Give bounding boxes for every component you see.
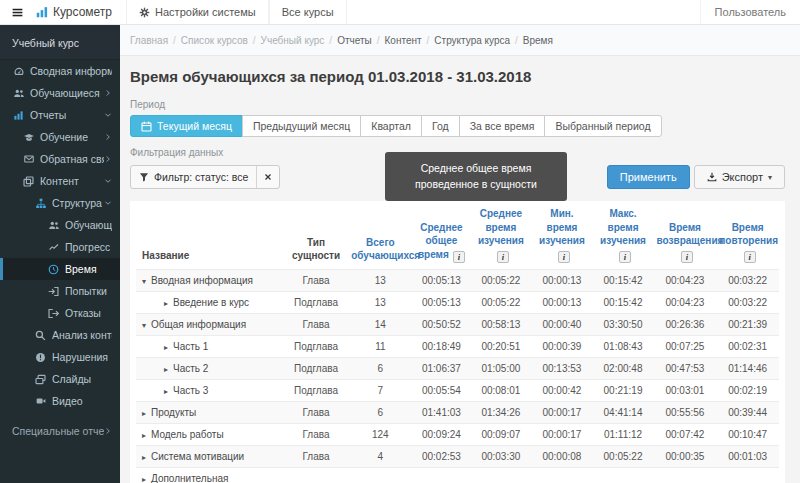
- row-time-cell: 00:02:19: [716, 379, 779, 401]
- row-expand-caret-icon[interactable]: ▸: [164, 299, 173, 308]
- period-tab-1[interactable]: Предыдущий месяц: [242, 115, 361, 137]
- sidebar-item-обучение[interactable]: Обучение: [0, 126, 120, 148]
- period-tab-4[interactable]: За все время: [459, 115, 546, 137]
- row-name[interactable]: Введение в курс: [173, 297, 249, 308]
- sidebar-item-нарушения[interactable]: Нарушения: [0, 346, 120, 368]
- users-icon: [12, 88, 25, 99]
- row-time-cell: 00:07:25: [654, 335, 717, 357]
- topbar: Курсометр Настройки системыВсе курсы Пол…: [0, 0, 800, 25]
- app-logo[interactable]: Курсометр: [34, 0, 126, 24]
- sidebar-item-обратная-связь[interactable]: Обратная связь: [0, 148, 120, 170]
- row-expand-caret-icon[interactable]: ▸: [142, 431, 151, 440]
- column-header-8[interactable]: Время повторенияi: [716, 201, 779, 269]
- row-name[interactable]: Вводная информация: [151, 275, 253, 286]
- breadcrumb-item-2[interactable]: Учебный курс: [261, 35, 325, 46]
- column-header-7[interactable]: Время возвращенияi: [654, 201, 717, 269]
- sidebar-item-анализ-контента[interactable]: Анализ контента: [0, 324, 120, 346]
- row-time-cell: 00:00:39: [531, 335, 592, 357]
- sidebar-item-структура-курса[interactable]: Структура курса: [0, 192, 120, 214]
- row-name-cell: ▸Система мотивации: [136, 445, 284, 467]
- row-expand-caret-icon[interactable]: ▾: [142, 321, 151, 330]
- breadcrumb-item-0[interactable]: Главная: [130, 35, 168, 46]
- row-name[interactable]: Продукты: [151, 407, 196, 418]
- breadcrumb-item-3[interactable]: Отчеты: [337, 35, 372, 46]
- row-time-cell: 01:05:00: [470, 357, 531, 379]
- row-time-cell: 00:39:44: [716, 401, 779, 423]
- row-time-cell: 00:02:31: [716, 335, 779, 357]
- breadcrumb-separator: /: [253, 35, 256, 46]
- sidebar-item-отчеты[interactable]: Отчеты: [0, 104, 120, 126]
- breadcrumb-separator: /: [515, 35, 518, 46]
- sidebar-item-видео[interactable]: Видео: [0, 390, 120, 412]
- row-name[interactable]: Общая информация: [151, 319, 246, 330]
- row-name[interactable]: Система мотивации: [151, 451, 244, 462]
- row-time-cell: 04:41:14: [592, 401, 653, 423]
- row-time-cell: 00:05:22: [470, 269, 531, 291]
- column-header-3[interactable]: Среднее общее времяi: [412, 201, 470, 269]
- user-menu[interactable]: Пользователь: [700, 0, 800, 24]
- sidebar-item-время[interactable]: Время: [0, 258, 120, 280]
- column-header-2[interactable]: Всего обучающихся: [348, 201, 412, 269]
- sidebar-item-обучающиеся[interactable]: Обучающиеся: [0, 82, 120, 104]
- info-icon[interactable]: i: [744, 251, 756, 263]
- column-header-6[interactable]: Макс. время изученияi: [592, 201, 653, 269]
- sidebar-item-label: Отчеты: [30, 109, 66, 121]
- apply-button[interactable]: Применить: [607, 165, 690, 189]
- row-name[interactable]: Модель работы: [151, 429, 224, 440]
- chevron-down-icon: [104, 199, 112, 207]
- sidebar-item-специальные-отчеты[interactable]: Специальные отчеты: [0, 420, 120, 442]
- breadcrumb-item-5[interactable]: Структура курса: [434, 35, 510, 46]
- column-header-4[interactable]: Среднее время изученияi: [470, 201, 531, 269]
- period-tab-0[interactable]: Текущий месяц: [130, 115, 243, 137]
- row-name[interactable]: Часть 1: [173, 341, 208, 352]
- top-navigation: Настройки системыВсе курсы: [126, 0, 347, 24]
- row-time-cell: 00:00:09: [531, 467, 592, 483]
- sidebar-item-обучающиеся[interactable]: Обучающиеся: [0, 214, 120, 236]
- info-icon[interactable]: i: [497, 251, 509, 263]
- row-students-cell: 7: [348, 379, 412, 401]
- breadcrumb-item-4[interactable]: Контент: [385, 35, 422, 46]
- row-name-cell: ▸Модель работы: [136, 423, 284, 445]
- slides-icon: [34, 374, 47, 385]
- row-expand-caret-icon[interactable]: ▸: [142, 409, 151, 418]
- row-expand-caret-icon[interactable]: ▸: [164, 343, 173, 352]
- row-students-cell: 124: [348, 423, 412, 445]
- row-name[interactable]: Часть 3: [173, 385, 208, 396]
- period-tab-2[interactable]: Квартал: [360, 115, 422, 137]
- tachometer-icon: [12, 66, 25, 77]
- sidebar-item-контент[interactable]: Контент: [0, 170, 120, 192]
- export-button[interactable]: Экспорт ▾: [694, 165, 785, 189]
- row-expand-caret-icon[interactable]: ▸: [164, 387, 173, 396]
- row-expand-caret-icon[interactable]: ▸: [164, 365, 173, 374]
- sidebar-item-отказы[interactable]: Отказы: [0, 302, 120, 324]
- info-icon[interactable]: i: [453, 251, 465, 263]
- topnav-item-1[interactable]: Все курсы: [269, 0, 347, 24]
- info-icon[interactable]: i: [681, 251, 693, 263]
- sidebar-item-label: Прогресс: [65, 241, 110, 253]
- table-row: ▸ПродуктыГлава601:41:0301:34:2600:00:170…: [136, 401, 779, 423]
- row-expand-caret-icon[interactable]: ▸: [142, 475, 151, 483]
- row-time-cell: 00:47:53: [654, 357, 717, 379]
- period-tab-5[interactable]: Выбранный период: [544, 115, 661, 137]
- info-icon[interactable]: i: [558, 251, 570, 263]
- sidebar-item-прогресс[interactable]: Прогресс: [0, 236, 120, 258]
- period-tab-3[interactable]: Год: [421, 115, 460, 137]
- row-expand-caret-icon[interactable]: ▾: [142, 277, 151, 286]
- sidebar-toggle-icon[interactable]: [0, 0, 34, 24]
- column-header-5[interactable]: Мин. время изученияi: [531, 201, 592, 269]
- breadcrumb-item-6[interactable]: Время: [523, 35, 553, 46]
- sidebar-item-label: Контент: [40, 175, 79, 187]
- topnav-item-0[interactable]: Настройки системы: [126, 0, 269, 24]
- row-expand-caret-icon[interactable]: ▸: [142, 453, 151, 462]
- sidebar-item-попытки[interactable]: Попытки: [0, 280, 120, 302]
- row-name[interactable]: Часть 2: [173, 363, 208, 374]
- filter-chip[interactable]: Фильтр: статус: все: [130, 165, 280, 189]
- export-button-label: Экспорт: [722, 171, 763, 183]
- row-name[interactable]: Дополнительная информация по продуктам и…: [142, 473, 275, 483]
- breadcrumb-item-1[interactable]: Список курсов: [181, 35, 248, 46]
- info-icon[interactable]: i: [619, 251, 631, 263]
- filter-remove-button[interactable]: [256, 166, 279, 188]
- sidebar-item-слайды[interactable]: Слайды: [0, 368, 120, 390]
- row-name-cell: ▸Часть 2: [136, 357, 284, 379]
- sidebar-item-сводная-информация[interactable]: Сводная информация: [0, 60, 120, 82]
